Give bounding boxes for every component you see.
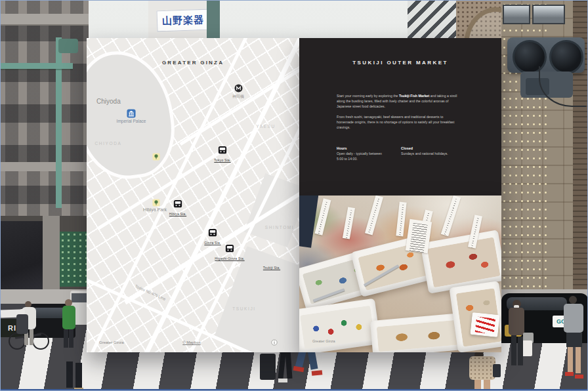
train-station-icon (173, 199, 182, 209)
music-store-signboard: 山野楽器 (156, 9, 209, 32)
label-chiyoda-city: Chiyoda (96, 98, 121, 105)
p1-bold: Tsukiji Fish Market (399, 94, 429, 98)
metro-icon[interactable] (234, 84, 243, 93)
info-panel-title: TSUKIJI OUTER MARKET (299, 60, 501, 66)
storefront-glass (1, 221, 43, 298)
station-marker-ginza[interactable]: Ginza Sta. (196, 228, 229, 245)
left-building-band (1, 162, 89, 171)
closed-text: Sundays and national holidays. (401, 152, 463, 157)
label-imperial-palace: Imperial Palace (108, 119, 154, 123)
paragraph-1: Start your morning early by exploring th… (337, 93, 460, 109)
pedestrian-green-shirt (60, 299, 77, 350)
right-building-window (503, 5, 530, 24)
styrofoam-box (299, 298, 381, 352)
pedestrian-with-suitcase (260, 347, 293, 389)
price-label-card (406, 219, 432, 253)
pedestrian-legs (66, 361, 89, 391)
storefront-green-display (60, 232, 89, 287)
district-tsukiji: TSUKIJI (218, 306, 270, 311)
left-building-cornice (1, 14, 89, 26)
mapbox-attribution-link[interactable]: © Mapbox (172, 340, 211, 344)
traffic-signal-left (58, 39, 78, 53)
info-panel-body: Start your morning early by exploring th… (337, 93, 460, 135)
station-marker-tokyo[interactable]: Tokyo Sta. (206, 146, 239, 162)
pedestrian-beige-outfit (464, 351, 501, 391)
closed-column: Closed Sundays and national holidays. (401, 146, 463, 161)
pedestrian-cap (16, 309, 28, 335)
park-tree-icon[interactable] (152, 199, 160, 207)
pedestrian-jeans-red-shoes (293, 348, 325, 381)
screenshot-stage: 山野楽器 RID (0, 0, 588, 391)
market-photo-panel: Greater Ginza (299, 196, 501, 352)
map-footer-area-label: Greater Ginza (99, 340, 145, 344)
hours-closed-columns: Hours Open daily - typically between 5:0… (337, 146, 468, 161)
right-building-window (532, 5, 565, 24)
label-kandabashi: 神田橋 (225, 94, 251, 100)
station-marker-tsukiji[interactable]: Tsukiji Sta. (255, 265, 288, 270)
pedestrian-masked-woman (505, 300, 531, 391)
park-tree-icon[interactable] (152, 153, 160, 161)
train-station-icon (218, 146, 227, 155)
museum-icon[interactable] (127, 109, 136, 118)
hours-label: Hours (337, 146, 389, 150)
station-marker-hibiya[interactable]: Hibiya Sta. (161, 199, 194, 216)
station-label[interactable]: Tsukiji Sta. (255, 266, 288, 270)
music-store-building-edge (207, 1, 220, 38)
traffic-pole-horizontal (1, 63, 73, 69)
district-yaesu: YAESU (246, 124, 285, 129)
music-store-sign-text: 山野楽器 (162, 13, 205, 27)
hours-text: Open daily - typically between 5:00 to 1… (337, 152, 389, 161)
station-label[interactable]: Higashi-Ginza Sta. (207, 257, 253, 260)
info-panel: TSUKIJI OUTER MARKET Start your morning … (299, 38, 501, 196)
red-price-sign (470, 312, 499, 337)
district-chiyoda: CHIYODA (89, 141, 128, 146)
station-label[interactable]: Tokyo Sta. (206, 158, 239, 162)
photo-watermark: Greater Ginza (312, 339, 335, 343)
map-title: GREATER GINZA (87, 60, 299, 66)
district-shintomi: SHINTOMI (253, 225, 299, 230)
map-panel: GREATER GINZA Chiyoda Imperial Palace 神田… (87, 38, 299, 352)
pedestrian-gray-shirt (562, 296, 588, 391)
train-station-icon (208, 228, 217, 237)
station-label[interactable]: Hibiya Sta. (161, 212, 194, 216)
paragraph-2: From fresh sushi, tamagoyaki, beef skewe… (337, 114, 460, 130)
station-marker-higashi-ginza[interactable]: Higashi-Ginza Sta. (207, 244, 253, 260)
p1-before: Start your morning early by exploring th… (337, 94, 399, 98)
closed-label: Closed (401, 146, 463, 150)
hours-column: Hours Open daily - typically between 5:0… (337, 146, 389, 161)
info-icon[interactable] (271, 339, 278, 346)
train-station-icon (225, 244, 234, 253)
louvered-building (408, 1, 459, 38)
